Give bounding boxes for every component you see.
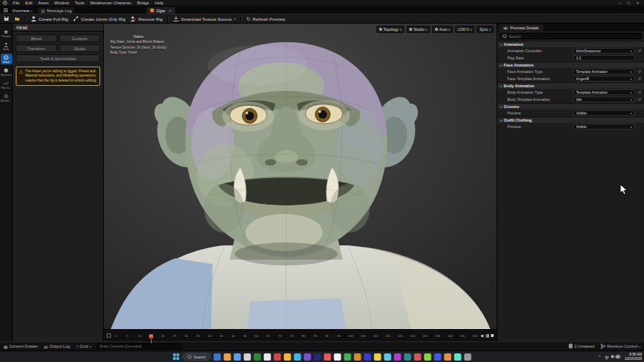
maximize-button[interactable]: □ — [628, 0, 630, 6]
reset-icon[interactable]: ↺ — [637, 90, 642, 94]
hamburger-menu-icon[interactable] — [4, 9, 8, 12]
remove-rig-button[interactable]: Remove Rig — [130, 16, 162, 21]
taskbar-app-icon[interactable] — [293, 353, 301, 361]
create-full-rig-button[interactable]: Create Full Rig — [31, 16, 68, 21]
lod-dropdown[interactable]: LOD 0 ▾ — [455, 26, 474, 33]
menu-item[interactable]: Help — [152, 0, 166, 6]
timeline-tick[interactable]: 130 — [423, 334, 428, 338]
taskbar-clock[interactable]: 8:58 AM 10/24/2025 — [625, 353, 642, 361]
sidebar-item-materials[interactable]: Materials — [1, 67, 12, 77]
taskbar-app-icon[interactable] — [283, 353, 291, 361]
taskbar-app-icon[interactable] — [444, 353, 451, 361]
sidebar-item-hair[interactable]: Hair &... — [1, 79, 12, 90]
sidebar-item-presets[interactable]: Presets — [1, 28, 12, 39]
taskbar-app-icon[interactable] — [394, 353, 401, 361]
animation-controller-dropdown[interactable]: AnimSequence ▾ — [573, 48, 635, 54]
content-drawer-button[interactable]: ▦ Content Drawer — [4, 344, 38, 349]
face-template-animation-dropdown[interactable]: Anger/B ▾ — [573, 76, 635, 82]
details-search-box[interactable] — [499, 33, 642, 39]
taskbar-app-icon[interactable] — [323, 353, 331, 361]
timeline-tick[interactable]: 50 — [231, 334, 235, 338]
timeline-tick[interactable]: 110 — [374, 334, 379, 338]
taskbar-app-icon[interactable] — [303, 353, 311, 361]
body-template-animation-dropdown[interactable]: Idle ▾ — [573, 97, 635, 102]
viewport-3d[interactable]: Status Rig State: Joints and Blend Shape… — [104, 24, 497, 329]
taskbar-app-icon[interactable] — [313, 353, 321, 361]
sidebar-item-head[interactable]: Head — [1, 54, 12, 64]
taskbar-app-icon[interactable] — [434, 353, 441, 361]
taskbar-app-icon[interactable] — [364, 353, 371, 361]
browse-button[interactable] — [14, 16, 20, 21]
timeline-tick[interactable]: 45 — [220, 334, 224, 338]
timeline-tick[interactable]: 0 — [114, 334, 118, 338]
section-header[interactable]: ▾ Outfit Clothing — [497, 117, 644, 123]
sidebar-item-body[interactable]: Body — [1, 41, 12, 52]
sidebar-item-assembly[interactable]: Assem... — [1, 92, 12, 103]
timeline-tick[interactable]: 95 — [336, 334, 341, 338]
save-button[interactable] — [4, 16, 9, 21]
tool-transform-button[interactable]: Transform — [16, 44, 57, 52]
timeline-tick[interactable]: 90 — [325, 334, 329, 338]
taskbar-app-icon[interactable] — [374, 353, 381, 361]
timeline-tick[interactable]: 60 — [255, 334, 259, 338]
menu-item[interactable]: Window — [52, 0, 72, 6]
hidden-icons-chevron[interactable]: ^ — [599, 355, 600, 359]
timeline-tick[interactable]: 75 — [290, 334, 294, 338]
timeline-tick[interactable]: 25 — [172, 334, 177, 338]
reset-icon[interactable]: ↺ — [637, 77, 642, 81]
taskbar-app-icon[interactable] — [223, 353, 230, 361]
taskbar-app-icon[interactable] — [273, 353, 280, 361]
timeline-tick[interactable]: 80 — [301, 334, 306, 338]
timeline-tick[interactable]: 35 — [196, 334, 200, 338]
output-log-button[interactable]: ▤ Output Log — [44, 344, 69, 349]
reset-icon[interactable]: ↺ — [637, 97, 642, 102]
taskbar-app-icon[interactable] — [253, 353, 260, 361]
menu-item[interactable]: Metahuman Character — [87, 0, 135, 6]
timeline-ruler[interactable]: 0510152025303540455055606570758085909510… — [114, 333, 477, 338]
reset-icon[interactable]: ↺ — [637, 49, 642, 53]
taskbar-app-icon[interactable] — [454, 353, 461, 361]
taskbar-app-icon[interactable] — [243, 353, 250, 361]
revision-control-button[interactable]: Revision Control ▾ — [600, 343, 640, 349]
timeline-tick[interactable]: 150 — [472, 334, 477, 338]
taskbar-app-icon[interactable] — [404, 353, 411, 361]
taskbar-search[interactable]: Search — [182, 353, 211, 361]
timeline-tick[interactable]: 10 — [137, 334, 142, 338]
create-joints-only-rig-button[interactable]: Create Joints Only Rig — [73, 16, 125, 21]
reset-icon[interactable]: ↺ — [637, 69, 642, 74]
console-input[interactable] — [97, 343, 182, 349]
outfit-preview-dropdown[interactable]: Visible ▾ — [573, 124, 635, 129]
timeline-tick[interactable]: 145 — [460, 334, 465, 338]
start-button[interactable] — [173, 353, 180, 360]
taskbar-app-icon[interactable] — [343, 353, 351, 361]
menu-item[interactable]: File — [10, 0, 22, 6]
menu-item[interactable]: Edit — [22, 0, 35, 6]
body-animation-type-dropdown[interactable]: Template Animation ▾ — [573, 89, 635, 95]
timeline-tick[interactable]: 40 — [208, 334, 212, 338]
taskbar-app-icon[interactable] — [213, 353, 220, 361]
tool-blend-button[interactable]: Blend — [16, 34, 57, 42]
timeline-tick[interactable]: 5 — [125, 334, 130, 338]
camera-auto-dropdown[interactable]: Auto ▾ — [432, 26, 453, 33]
skip-to-start-button[interactable]: ◀ — [480, 333, 483, 338]
close-icon[interactable]: × — [169, 9, 172, 13]
section-header[interactable]: ▾ Face Animation — [497, 62, 644, 68]
tool-teeth-symmetries-button[interactable]: Teeth & Symmetries — [16, 54, 100, 62]
taskbar-app-icon[interactable] — [414, 353, 421, 361]
timeline-tick[interactable]: 120 — [398, 334, 403, 338]
face-animation-type-dropdown[interactable]: Template Animation ▾ — [573, 69, 635, 74]
topology-dropdown[interactable]: Topology ▾ — [376, 26, 404, 33]
taskbar-app-icon[interactable] — [333, 353, 341, 361]
taskbar-app-icon[interactable] — [464, 353, 471, 361]
timeline-tick[interactable]: 15 — [149, 334, 153, 338]
play-rate-input[interactable]: 1.0 — [573, 55, 635, 61]
taskbar-app-icon[interactable] — [233, 353, 240, 361]
tab-message-log[interactable]: ▤ Message Log — [36, 6, 76, 14]
timeline-tick[interactable]: 70 — [278, 334, 282, 338]
timeline-options-icon[interactable] — [107, 333, 111, 338]
pause-button[interactable] — [486, 334, 489, 338]
timeline-tick[interactable]: 30 — [184, 334, 188, 338]
timeline-tick[interactable]: 55 — [243, 334, 247, 338]
timeline-tick[interactable]: 140 — [447, 334, 452, 338]
unsaved-button[interactable]: 2 Unsaved — [568, 343, 595, 349]
